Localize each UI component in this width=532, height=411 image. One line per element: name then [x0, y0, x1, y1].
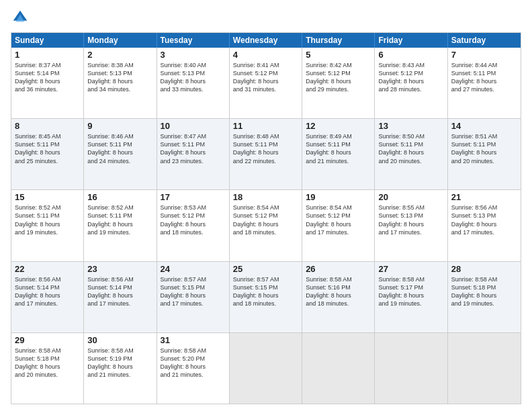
- day-details: Sunrise: 8:48 AMSunset: 5:11 PMDaylight:…: [233, 132, 298, 165]
- day-details: Sunrise: 8:57 AMSunset: 5:15 PMDaylight:…: [161, 275, 226, 308]
- day-details: Sunrise: 8:56 AMSunset: 5:13 PMDaylight:…: [451, 203, 517, 236]
- day-number: 5: [306, 50, 371, 61]
- header-day-thursday: Thursday: [302, 33, 375, 48]
- day-number: 15: [15, 192, 80, 203]
- day-details: Sunrise: 8:54 AMSunset: 5:12 PMDaylight:…: [306, 203, 371, 236]
- day-cell-6: 6Sunrise: 8:43 AMSunset: 5:12 PMDaylight…: [375, 48, 447, 118]
- day-details: Sunrise: 8:55 AMSunset: 5:13 PMDaylight:…: [378, 203, 443, 236]
- day-cell-22: 22Sunrise: 8:56 AMSunset: 5:14 PMDayligh…: [11, 262, 84, 332]
- day-cell-21: 21Sunrise: 8:56 AMSunset: 5:13 PMDayligh…: [448, 190, 521, 261]
- day-number: 28: [451, 264, 517, 275]
- day-number: 6: [378, 50, 443, 61]
- day-cell-1: 1Sunrise: 8:37 AMSunset: 5:14 PMDaylight…: [11, 48, 84, 118]
- header: [11, 8, 521, 27]
- day-cell-9: 9Sunrise: 8:46 AMSunset: 5:11 PMDaylight…: [84, 119, 157, 189]
- day-number: 7: [451, 50, 517, 61]
- day-details: Sunrise: 8:50 AMSunset: 5:11 PMDaylight:…: [378, 132, 443, 165]
- day-number: 10: [161, 121, 226, 132]
- day-details: Sunrise: 8:58 AMSunset: 5:16 PMDaylight:…: [306, 275, 371, 308]
- day-number: 4: [233, 50, 298, 61]
- day-number: 9: [87, 121, 152, 132]
- day-cell-19: 19Sunrise: 8:54 AMSunset: 5:12 PMDayligh…: [302, 190, 375, 261]
- day-cell-4: 4Sunrise: 8:41 AMSunset: 5:12 PMDaylight…: [230, 48, 302, 118]
- calendar-header: SundayMondayTuesdayWednesdayThursdayFrid…: [11, 33, 521, 48]
- day-details: Sunrise: 8:58 AMSunset: 5:18 PMDaylight:…: [15, 347, 80, 379]
- day-cell-16: 16Sunrise: 8:52 AMSunset: 5:11 PMDayligh…: [84, 190, 157, 261]
- day-cell-8: 8Sunrise: 8:45 AMSunset: 5:11 PMDaylight…: [11, 119, 84, 189]
- calendar-week-1: 1Sunrise: 8:37 AMSunset: 5:14 PMDaylight…: [11, 48, 521, 118]
- day-number: 3: [161, 50, 226, 61]
- day-cell-30: 30Sunrise: 8:58 AMSunset: 5:19 PMDayligh…: [84, 333, 157, 404]
- day-number: 24: [161, 264, 226, 275]
- day-number: 25: [233, 264, 298, 275]
- empty-cell: [375, 333, 447, 404]
- page: SundayMondayTuesdayWednesdayThursdayFrid…: [0, 0, 532, 411]
- day-details: Sunrise: 8:42 AMSunset: 5:12 PMDaylight:…: [306, 61, 371, 94]
- day-number: 16: [87, 192, 152, 203]
- day-details: Sunrise: 8:58 AMSunset: 5:19 PMDaylight:…: [87, 347, 152, 379]
- day-cell-29: 29Sunrise: 8:58 AMSunset: 5:18 PMDayligh…: [11, 333, 84, 404]
- day-number: 26: [306, 264, 371, 275]
- day-cell-27: 27Sunrise: 8:58 AMSunset: 5:17 PMDayligh…: [375, 262, 447, 332]
- day-cell-2: 2Sunrise: 8:38 AMSunset: 5:13 PMDaylight…: [84, 48, 157, 118]
- day-details: Sunrise: 8:40 AMSunset: 5:13 PMDaylight:…: [161, 61, 226, 94]
- day-cell-26: 26Sunrise: 8:58 AMSunset: 5:16 PMDayligh…: [302, 262, 375, 332]
- day-details: Sunrise: 8:58 AMSunset: 5:20 PMDaylight:…: [161, 347, 226, 379]
- day-details: Sunrise: 8:38 AMSunset: 5:13 PMDaylight:…: [87, 61, 152, 94]
- calendar-body: 1Sunrise: 8:37 AMSunset: 5:14 PMDaylight…: [11, 48, 521, 404]
- calendar-week-4: 22Sunrise: 8:56 AMSunset: 5:14 PMDayligh…: [11, 261, 521, 332]
- day-number: 22: [15, 264, 80, 275]
- header-day-monday: Monday: [84, 33, 157, 48]
- day-details: Sunrise: 8:56 AMSunset: 5:14 PMDaylight:…: [15, 275, 80, 308]
- day-details: Sunrise: 8:57 AMSunset: 5:15 PMDaylight:…: [233, 275, 298, 308]
- day-number: 2: [87, 50, 152, 61]
- day-number: 30: [87, 335, 152, 347]
- day-number: 14: [451, 121, 517, 132]
- day-details: Sunrise: 8:53 AMSunset: 5:12 PMDaylight:…: [161, 203, 226, 236]
- day-cell-5: 5Sunrise: 8:42 AMSunset: 5:12 PMDaylight…: [302, 48, 375, 118]
- day-number: 18: [233, 192, 298, 203]
- day-number: 12: [306, 121, 371, 132]
- day-cell-3: 3Sunrise: 8:40 AMSunset: 5:13 PMDaylight…: [157, 48, 230, 118]
- day-details: Sunrise: 8:52 AMSunset: 5:11 PMDaylight:…: [87, 203, 152, 236]
- calendar-week-2: 8Sunrise: 8:45 AMSunset: 5:11 PMDaylight…: [11, 118, 521, 189]
- day-details: Sunrise: 8:47 AMSunset: 5:11 PMDaylight:…: [161, 132, 226, 165]
- empty-cell: [302, 333, 375, 404]
- day-number: 19: [306, 192, 371, 203]
- day-cell-11: 11Sunrise: 8:48 AMSunset: 5:11 PMDayligh…: [230, 119, 302, 189]
- header-day-sunday: Sunday: [11, 33, 84, 48]
- header-day-wednesday: Wednesday: [230, 33, 302, 48]
- header-day-tuesday: Tuesday: [157, 33, 230, 48]
- day-number: 13: [378, 121, 443, 132]
- day-details: Sunrise: 8:43 AMSunset: 5:12 PMDaylight:…: [378, 61, 443, 94]
- day-cell-12: 12Sunrise: 8:49 AMSunset: 5:11 PMDayligh…: [302, 119, 375, 189]
- day-number: 20: [378, 192, 443, 203]
- day-number: 21: [451, 192, 517, 203]
- day-cell-14: 14Sunrise: 8:51 AMSunset: 5:11 PMDayligh…: [448, 119, 521, 189]
- day-number: 29: [15, 335, 80, 347]
- day-cell-17: 17Sunrise: 8:53 AMSunset: 5:12 PMDayligh…: [157, 190, 230, 261]
- day-number: 31: [161, 335, 226, 347]
- calendar: SundayMondayTuesdayWednesdayThursdayFrid…: [11, 32, 521, 404]
- calendar-week-5: 29Sunrise: 8:58 AMSunset: 5:18 PMDayligh…: [11, 332, 521, 404]
- day-number: 23: [87, 264, 152, 275]
- day-cell-18: 18Sunrise: 8:54 AMSunset: 5:12 PMDayligh…: [230, 190, 302, 261]
- calendar-week-3: 15Sunrise: 8:52 AMSunset: 5:11 PMDayligh…: [11, 189, 521, 261]
- day-details: Sunrise: 8:52 AMSunset: 5:11 PMDaylight:…: [15, 203, 80, 236]
- header-day-friday: Friday: [375, 33, 447, 48]
- day-details: Sunrise: 8:41 AMSunset: 5:12 PMDaylight:…: [233, 61, 298, 94]
- day-cell-23: 23Sunrise: 8:56 AMSunset: 5:14 PMDayligh…: [84, 262, 157, 332]
- day-details: Sunrise: 8:51 AMSunset: 5:11 PMDaylight:…: [451, 132, 517, 165]
- day-details: Sunrise: 8:37 AMSunset: 5:14 PMDaylight:…: [15, 61, 80, 94]
- day-details: Sunrise: 8:49 AMSunset: 5:11 PMDaylight:…: [306, 132, 371, 165]
- day-cell-25: 25Sunrise: 8:57 AMSunset: 5:15 PMDayligh…: [230, 262, 302, 332]
- day-details: Sunrise: 8:56 AMSunset: 5:14 PMDaylight:…: [87, 275, 152, 308]
- day-cell-28: 28Sunrise: 8:58 AMSunset: 5:18 PMDayligh…: [448, 262, 521, 332]
- day-number: 27: [378, 264, 443, 275]
- day-details: Sunrise: 8:45 AMSunset: 5:11 PMDaylight:…: [15, 132, 80, 165]
- logo: [11, 8, 32, 27]
- day-number: 8: [15, 121, 80, 132]
- day-details: Sunrise: 8:54 AMSunset: 5:12 PMDaylight:…: [233, 203, 298, 236]
- empty-cell: [230, 333, 302, 404]
- day-details: Sunrise: 8:46 AMSunset: 5:11 PMDaylight:…: [87, 132, 152, 165]
